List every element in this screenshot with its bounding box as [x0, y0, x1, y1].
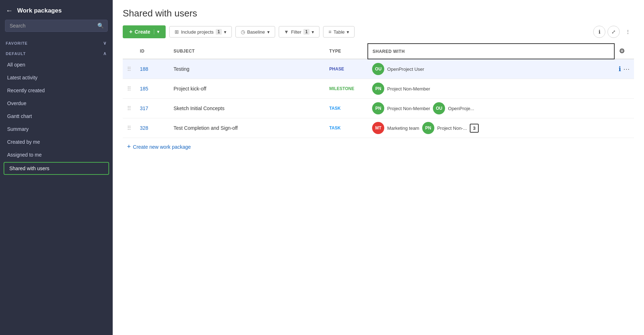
sidebar-item-overdue[interactable]: Overdue	[0, 97, 113, 110]
table-label: Table	[333, 29, 345, 35]
id-link[interactable]: 188	[140, 66, 148, 72]
row-more-button[interactable]: ⋯	[623, 65, 630, 73]
settings-icon[interactable]: ⚙	[619, 48, 625, 55]
create-dropdown-arrow[interactable]: ▾	[154, 29, 159, 34]
sidebar-section-favorite[interactable]: FAVORITE ∨	[0, 38, 113, 48]
create-button[interactable]: + Create ▾	[123, 25, 166, 38]
more-options-button[interactable]: ⋮	[622, 26, 634, 38]
filter-arrow: ▾	[312, 29, 314, 35]
sidebar-item-recently-created[interactable]: Recently created	[0, 84, 113, 97]
sidebar: ← Work packages 🔍 FAVORITE ∨ DEFAULT ∧ A…	[0, 0, 113, 335]
table-row: ⠿317Sketch Initial ConceptsTASKPNProject…	[123, 99, 634, 118]
table-container: ID SUBJECT TYPE SHARED WITH ⚙ ⠿188Testin…	[113, 43, 644, 335]
filter-count: 1	[303, 29, 309, 35]
table-button[interactable]: ≡ Table ▾	[323, 26, 355, 38]
shared-with-cell: PNProject Non-Member	[368, 79, 614, 99]
toolbar: + Create ▾ ⊞ Include projects 1 ▾ ◷ Base…	[123, 25, 634, 43]
avatar: MT	[372, 122, 384, 134]
id-link[interactable]: 328	[140, 125, 148, 131]
create-new-link[interactable]: + Create new work package	[123, 138, 634, 156]
sidebar-item-shared-with-users[interactable]: Shared with users	[4, 162, 109, 175]
main-header: Shared with users + Create ▾ ⊞ Include p…	[113, 0, 644, 43]
row-actions: ℹ⋯	[614, 59, 634, 79]
row-more-button[interactable]: ⋯	[623, 104, 630, 112]
chevron-down-icon: ∨	[103, 40, 107, 46]
sidebar-item-latest-activity[interactable]: Latest activity	[0, 71, 113, 84]
drag-handle[interactable]: ⠿	[123, 99, 136, 118]
toolbar-right: ℹ ⤢ ⋮	[593, 26, 634, 38]
sidebar-item-created-by-me[interactable]: Created by me	[0, 136, 113, 148]
subject-cell: Testing	[169, 59, 325, 79]
type-cell: TASK	[325, 99, 368, 118]
table-header-row: ID SUBJECT TYPE SHARED WITH ⚙	[123, 44, 634, 59]
sidebar-nav-list: All openLatest activityRecently createdO…	[0, 58, 113, 176]
col-shared-header[interactable]: SHARED WITH	[368, 44, 614, 59]
sidebar-item-assigned-to-me[interactable]: Assigned to me	[0, 148, 113, 161]
drag-handle[interactable]: ⠿	[123, 118, 136, 138]
plus-icon: +	[129, 29, 132, 35]
avatar: PN	[372, 83, 384, 95]
filter-label: Filter	[291, 29, 301, 35]
table-arrow: ▾	[347, 29, 349, 35]
col-type-header[interactable]: TYPE	[325, 44, 368, 59]
row-info-button[interactable]: ℹ	[619, 104, 621, 112]
include-projects-count: 1	[216, 29, 222, 35]
table-row: ⠿328Test Completion and Sign-offTASKMTMa…	[123, 118, 634, 138]
projects-icon: ⊞	[175, 29, 179, 35]
drag-handle[interactable]: ⠿	[123, 79, 136, 99]
expand-button[interactable]: ⤢	[608, 26, 620, 38]
shared-user-name: Project Non-Member	[387, 106, 430, 111]
row-more-button[interactable]: ⋯	[623, 124, 630, 132]
id-cell: 188	[136, 59, 161, 79]
page-title: Shared with users	[123, 8, 634, 19]
col-id-header[interactable]: ID	[136, 44, 161, 59]
table-body: ⠿188TestingPHASEOUOpenProject Userℹ⋯⠿185…	[123, 59, 634, 138]
avatar: OU	[433, 102, 445, 114]
shared-with-cell: PNProject Non-MemberOUOpenProje...	[368, 99, 614, 118]
sidebar-header: ← Work packages	[0, 0, 113, 20]
id-link[interactable]: 185	[140, 86, 148, 92]
row-actions: ℹ⋯	[614, 118, 634, 138]
row-icon	[161, 99, 169, 118]
filter-button[interactable]: ▼ Filter 1 ▾	[279, 26, 319, 38]
sidebar-item-all-open[interactable]: All open	[0, 58, 113, 71]
include-projects-button[interactable]: ⊞ Include projects 1 ▾	[169, 26, 232, 38]
id-link[interactable]: 317	[140, 105, 148, 111]
search-icon: 🔍	[97, 23, 104, 29]
row-icon	[161, 59, 169, 79]
sidebar-section-default-label: DEFAULT	[6, 51, 26, 56]
table-row: ⠿185Project kick-offMILESTONEPNProject N…	[123, 79, 634, 99]
drag-handle[interactable]: ⠿	[123, 59, 136, 79]
include-projects-label: Include projects	[181, 29, 214, 35]
col-drag	[123, 44, 136, 59]
filter-icon: ▼	[284, 29, 289, 35]
table-icon: ≡	[328, 29, 331, 35]
search-input[interactable]	[5, 20, 108, 32]
create-new-label: Create new work package	[133, 144, 191, 150]
row-icon	[161, 79, 169, 99]
row-more-button[interactable]: ⋯	[623, 85, 630, 93]
sidebar-section-default[interactable]: DEFAULT ∧	[0, 48, 113, 58]
sidebar-section-favorite-label: FAVORITE	[6, 41, 28, 45]
subject-cell: Project kick-off	[169, 79, 325, 99]
info-button[interactable]: ℹ	[593, 26, 605, 38]
col-subject-header[interactable]: SUBJECT	[169, 44, 325, 59]
chevron-up-icon: ∧	[103, 51, 107, 56]
baseline-button[interactable]: ◷ Baseline ▾	[235, 26, 275, 38]
shared-user-name: Project Non-Member	[387, 86, 430, 92]
type-cell: MILESTONE	[325, 79, 368, 99]
sidebar-item-summary[interactable]: Summary	[0, 123, 113, 136]
row-info-button[interactable]: ℹ	[619, 124, 621, 132]
row-info-button[interactable]: ℹ	[619, 85, 621, 93]
baseline-arrow: ▾	[267, 29, 270, 35]
col-settings: ⚙	[614, 44, 634, 59]
shared-user-name: OpenProject User	[387, 66, 424, 72]
row-info-button[interactable]: ℹ	[619, 65, 621, 73]
back-button[interactable]: ←	[6, 6, 13, 15]
shared-with-cell: MTMarketing teamPNProject Non-...3	[368, 118, 614, 138]
baseline-label: Baseline	[247, 29, 265, 35]
shared-user-name: Project Non-...	[437, 125, 467, 131]
work-packages-table: ID SUBJECT TYPE SHARED WITH ⚙ ⠿188Testin…	[123, 43, 634, 138]
sidebar-item-gantt-chart[interactable]: Gantt chart	[0, 110, 113, 123]
create-label: Create	[135, 29, 150, 35]
